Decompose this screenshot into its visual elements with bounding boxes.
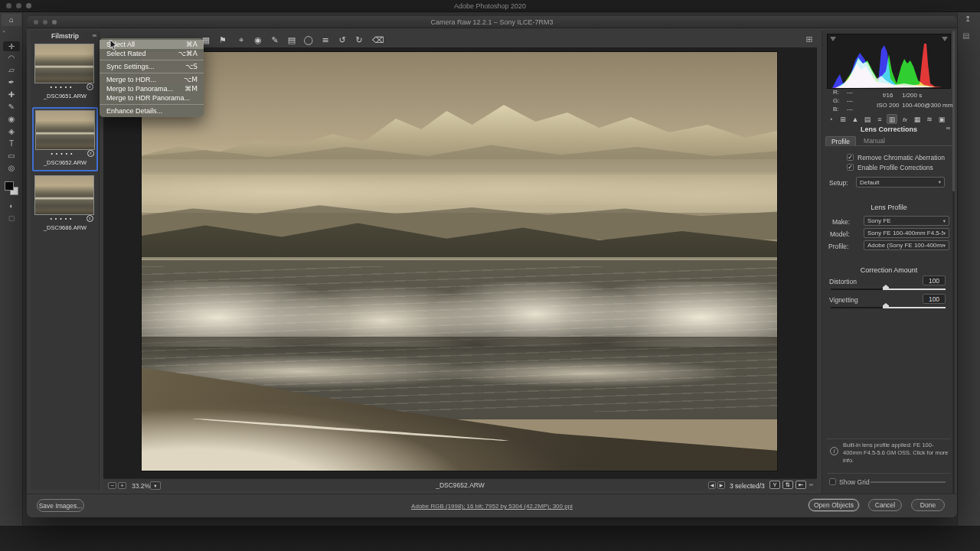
menu-separator xyxy=(100,73,204,73)
ps-window-title: Adobe Photoshop 2020 xyxy=(0,0,980,12)
enable-profile-corrections-checkbox[interactable]: ✓ xyxy=(847,164,854,171)
clone-stamp-tool-icon[interactable]: ◉ xyxy=(3,115,20,123)
tab-manual[interactable]: Manual xyxy=(859,136,890,146)
zoom-window-button[interactable] xyxy=(26,3,31,8)
before-after-views-button[interactable]: Y xyxy=(769,481,780,489)
panel-scrollbar[interactable] xyxy=(952,31,955,494)
tab-effects-icon[interactable]: fx xyxy=(900,115,910,125)
copy-settings-button[interactable]: ⇤ xyxy=(795,481,806,489)
info-icon[interactable]: i xyxy=(830,447,838,455)
green-readout-value: --- xyxy=(847,97,853,104)
minimize-window-button[interactable] xyxy=(16,3,21,8)
delete-icon[interactable]: ⌫ xyxy=(372,36,383,44)
dialog-minimize-button[interactable] xyxy=(43,20,47,24)
adjustment-brush-icon[interactable]: ✎ xyxy=(270,36,280,44)
vignetting-value-field[interactable]: 100 xyxy=(923,294,946,304)
setup-dropdown[interactable]: Default ▾ xyxy=(856,177,945,187)
screen-mode-icon[interactable]: ▢ xyxy=(3,214,20,222)
done-button[interactable]: Done xyxy=(911,499,945,511)
filmstrip-menu-icon[interactable]: ≡ xyxy=(92,33,97,39)
tab-basic-icon[interactable]: ◔ xyxy=(825,115,836,125)
lens-profile-note[interactable]: Built-in lens profile applied: FE 100-40… xyxy=(843,442,950,465)
distortion-value-field[interactable]: 100 xyxy=(923,276,946,285)
quick-mask-icon[interactable]: ◐ xyxy=(3,202,20,210)
tab-calibration-icon[interactable]: ▣ xyxy=(936,115,947,125)
radial-filter-icon[interactable]: ◯ xyxy=(303,36,314,44)
make-value: Sony FE xyxy=(867,217,891,224)
spot-removal-icon[interactable]: ⌖ xyxy=(236,36,247,44)
red-eye-icon[interactable]: ◉ xyxy=(253,36,263,44)
make-label: Make: xyxy=(832,218,850,226)
panel-menu-icon[interactable]: ≡ xyxy=(946,126,951,132)
menu-item-merge-to-panorama[interactable]: Merge to Panorama... ⌘M xyxy=(100,84,204,93)
tab-lens-corrections-icon[interactable]: ▥ xyxy=(887,114,897,124)
remove-chromatic-aberration-checkbox[interactable]: ✓ xyxy=(847,154,854,161)
menu-item-merge-to-hdr[interactable]: Merge to HDR... ⌥M xyxy=(100,75,204,84)
home-icon[interactable]: ⌂ xyxy=(2,14,21,26)
mouse-cursor xyxy=(109,40,118,51)
zoom-tool-icon[interactable]: ◎ xyxy=(3,164,20,172)
tab-hsl-icon[interactable]: ▤ xyxy=(862,115,873,125)
preview-statusbar: − + 33.2% ▾ _DSC9652.ARW ◀ ▶ 3 selected/… xyxy=(103,478,817,491)
menu-item-merge-to-hdr-panorama[interactable]: Merge to HDR Panorama... xyxy=(100,93,204,103)
dialog-close-button[interactable] xyxy=(34,20,38,24)
model-dropdown[interactable]: Sony FE 100-400mm F4.5-5.6... ▾ xyxy=(864,228,949,238)
model-label: Model: xyxy=(830,230,850,238)
chevron-down-icon: ▾ xyxy=(943,230,946,236)
brush-tool-icon[interactable]: ✎ xyxy=(3,103,20,111)
filmstrip-thumbnail-selected[interactable]: • • • • • ≡ _DSC9652.ARW xyxy=(32,107,98,171)
rating-dots[interactable]: • • • • • xyxy=(38,151,87,156)
foreground-color-swatch[interactable] xyxy=(5,181,14,191)
close-window-button[interactable] xyxy=(6,3,11,8)
tab-snapshots-icon[interactable]: ≋ xyxy=(924,115,935,125)
red-readout-value: --- xyxy=(847,89,853,96)
gradient-tool-icon[interactable]: ◈ xyxy=(3,127,20,135)
tab-profile[interactable]: Profile xyxy=(825,136,856,146)
menu-item-enhance-details[interactable]: Enhance Details... xyxy=(100,106,204,116)
previous-image-button[interactable]: ◀ xyxy=(708,481,716,489)
chevron-down-icon: ▾ xyxy=(943,243,946,249)
libraries-panel-icon[interactable]: ▤ xyxy=(962,32,969,40)
next-image-button[interactable]: ▶ xyxy=(717,481,725,489)
marquee-tool-icon[interactable]: ▭ xyxy=(3,152,20,160)
rating-dots[interactable]: • • • • • xyxy=(37,84,86,90)
dialog-zoom-button[interactable] xyxy=(52,20,57,24)
rotate-left-icon[interactable]: ↺ xyxy=(337,36,348,44)
make-dropdown[interactable]: Sony FE ▾ xyxy=(864,216,949,226)
menu-item-sync-settings[interactable]: Sync Settings... ⌥S xyxy=(100,62,204,71)
collapse-toolbar-icon[interactable]: « xyxy=(2,29,5,34)
tab-tone-curve-icon[interactable]: ⊞ xyxy=(838,115,848,125)
preferences-icon[interactable]: ≡ xyxy=(320,36,331,44)
lasso-tool-icon[interactable]: ◠ xyxy=(3,54,20,62)
preview-image[interactable] xyxy=(142,52,777,471)
ps-toolbar: ⌂ « ✛ ◠ ▱ ✒ ✚ ✎ ◉ ◈ T ▭ ◎ ◐ ▢ xyxy=(0,12,23,526)
crop-tool-icon[interactable]: ▱ xyxy=(3,66,20,74)
rotate-right-icon[interactable]: ↻ xyxy=(354,36,364,44)
tab-presets-icon[interactable]: ▦ xyxy=(912,115,923,125)
fullscreen-toggle-icon[interactable]: ⊞ xyxy=(804,35,815,44)
tab-split-toning-icon[interactable]: ≡ xyxy=(874,115,885,125)
rating-dots[interactable]: • • • • • xyxy=(37,216,86,221)
zoom-in-button[interactable]: + xyxy=(118,482,126,489)
share-icon[interactable]: ↥ xyxy=(965,15,971,23)
zoom-out-button[interactable]: − xyxy=(108,482,116,489)
show-grid-checkbox[interactable] xyxy=(829,478,836,485)
move-tool-icon[interactable]: ✛ xyxy=(3,41,20,51)
profile-value: Adobe (Sony FE 100-400mm F... xyxy=(867,242,943,249)
healing-brush-tool-icon[interactable]: ✚ xyxy=(3,90,20,99)
blue-readout-label: B: xyxy=(833,106,839,112)
filmstrip-thumbnail[interactable]: • • • • • ≡ _DSC9651.ARW xyxy=(32,41,98,106)
open-objects-button[interactable]: Open Objects xyxy=(808,499,859,511)
grid-size-slider[interactable] xyxy=(871,481,946,483)
cancel-button[interactable]: Cancel xyxy=(868,499,902,511)
type-tool-icon[interactable]: T xyxy=(3,139,20,148)
graduated-filter-icon[interactable]: ▤ xyxy=(286,36,297,44)
tab-detail-icon[interactable]: ▲ xyxy=(850,115,861,125)
settings-badge-icon: ≡ xyxy=(87,215,93,222)
filmstrip-thumbnail[interactable]: • • • • • ≡ _DSC9686.ARW xyxy=(32,173,98,237)
swap-before-after-button[interactable]: ⇅ xyxy=(782,481,793,489)
eyedropper-tool-icon[interactable]: ✒ xyxy=(3,78,20,86)
profile-dropdown[interactable]: Adobe (Sony FE 100-400mm F... ▾ xyxy=(864,240,949,250)
crop-flag-icon[interactable]: ⚑ xyxy=(217,36,228,44)
zoom-select-dropdown[interactable]: ▾ xyxy=(150,481,161,490)
